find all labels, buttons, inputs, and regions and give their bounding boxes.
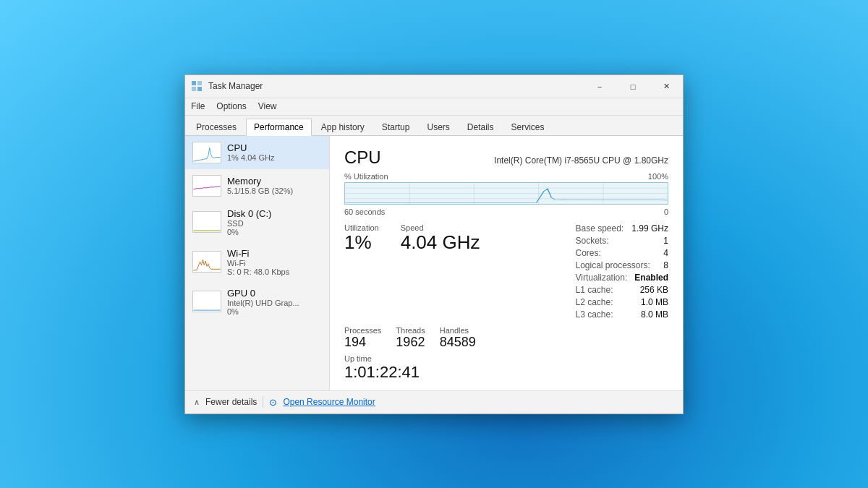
tab-bar: Processes Performance App history Startu… [185,116,683,136]
processes-value: 194 [344,335,381,350]
virtualization-value: Enabled [634,273,668,283]
close-button[interactable]: ✕ [650,75,683,98]
gpu-sub2: 0% [227,307,322,316]
memory-sub: 5.1/15.8 GB (32%) [227,187,322,195]
svg-rect-8 [193,291,220,312]
cpu-detail-panel: CPU Intel(R) Core(TM) i7-8565U CPU @ 1.8… [330,136,683,390]
gpu-name: GPU 0 [227,288,322,299]
cores-label: Cores: [575,248,600,258]
disk-thumbnail [192,211,221,233]
gpu-info: GPU 0 Intel(R) UHD Grap... 0% [227,288,322,316]
sockets-label: Sockets: [575,236,608,246]
l2-label: L2 cache: [575,297,613,307]
sidebar-item-disk[interactable]: Disk 0 (C:) SSD 0% [185,202,329,242]
cpu-sub: 1% 4.04 GHz [227,153,322,162]
svg-rect-3 [197,87,202,91]
sidebar-item-wifi[interactable]: Wi-Fi Wi-Fi S: 0 R: 48.0 Kbps [185,242,329,282]
threads-stat: Threads 1962 [396,326,425,350]
utilization-label: Utilization [344,223,379,232]
virtualization-label: Virtualization: [575,273,627,283]
chart-label-row: % Utilization 100% [344,172,668,181]
l3-value: 8.0 MB [641,309,668,320]
threads-label: Threads [396,326,425,335]
gpu-sub1: Intel(R) UHD Grap... [227,299,322,307]
task-manager-window: Task Manager − □ ✕ File Options View Pro… [184,74,684,414]
base-speed-label: Base speed: [575,223,624,234]
tab-services[interactable]: Services [503,119,553,135]
open-resource-monitor-link[interactable]: Open Resource Monitor [283,397,375,407]
minimize-button[interactable]: − [583,75,616,98]
fewer-details-button[interactable]: Fewer details [205,397,257,407]
l3-label: L3 cache: [575,309,613,320]
uptime-stat: Up time 1:01:22:41 [344,354,668,382]
cores-row: Cores: 4 [575,248,668,258]
uptime-value: 1:01:22:41 [344,363,668,382]
cpu-header: CPU Intel(R) Core(TM) i7-8565U CPU @ 1.8… [344,147,668,168]
tab-processes[interactable]: Processes [188,119,244,135]
tab-app-history[interactable]: App history [313,119,373,135]
menu-view[interactable]: View [252,100,283,113]
speed-stat: Speed 4.04 GHz [401,223,480,322]
app-icon [190,79,204,93]
menu-bar: File Options View [185,98,683,116]
processes-label: Processes [344,326,381,335]
tab-performance[interactable]: Performance [246,119,312,136]
sockets-row: Sockets: 1 [575,236,668,246]
l2-value: 1.0 MB [641,297,668,307]
maximize-button[interactable]: □ [616,75,650,98]
cpu-info-table: Base speed: 1.99 GHz Sockets: 1 Cores: 4… [575,223,668,322]
l2-row: L2 cache: 1.0 MB [575,297,668,307]
gpu-thumbnail [192,291,221,312]
cpu-panel-title: CPU [344,147,381,168]
tab-users[interactable]: Users [419,119,457,135]
cpu-name: CPU [227,142,322,153]
tab-details[interactable]: Details [459,119,502,135]
cpu-chart [344,182,668,205]
wifi-name: Wi-Fi [227,248,322,259]
disk-sub1: SSD [227,219,322,228]
svg-rect-1 [197,81,202,85]
memory-thumbnail [192,175,221,197]
l1-label: L1 cache: [575,285,613,295]
resource-monitor-icon: ⊙ [269,397,277,408]
chart-time-end: 0 [664,207,668,216]
sidebar-item-cpu[interactable]: CPU 1% 4.04 GHz [185,136,329,169]
speed-label: Speed [401,223,480,232]
utilization-value: 1% [344,232,379,253]
logical-label: Logical processors: [575,260,650,270]
l1-value: 256 KB [640,285,668,295]
sidebar-item-memory[interactable]: Memory 5.1/15.8 GB (32%) [185,169,329,202]
chart-time-start: 60 seconds [344,207,385,216]
l1-row: L1 cache: 256 KB [575,285,668,295]
svg-rect-0 [192,81,196,85]
menu-file[interactable]: File [185,100,210,113]
utilization-stat: Utilization 1% [344,223,379,322]
logical-value: 8 [663,260,668,270]
cpu-model: Intel(R) Core(TM) i7-8565U CPU @ 1.80GHz [494,155,668,166]
base-speed-value: 1.99 GHz [631,223,668,234]
svg-rect-2 [192,87,196,91]
cores-value: 4 [663,248,668,258]
cpu-info: CPU 1% 4.04 GHz [227,142,322,162]
sidebar-item-gpu[interactable]: GPU 0 Intel(R) UHD Grap... 0% [185,282,329,322]
chart-time-row: 60 seconds 0 [344,207,668,216]
menu-options[interactable]: Options [210,100,252,113]
virtualization-row: Virtualization: Enabled [575,273,668,283]
wifi-sub1: Wi-Fi [227,259,322,267]
svg-rect-6 [193,212,220,232]
threads-value: 1962 [396,335,425,350]
disk-info: Disk 0 (C:) SSD 0% [227,208,322,236]
speed-value: 4.04 GHz [401,232,480,253]
l3-row: L3 cache: 8.0 MB [575,309,668,320]
stats-row-2: Processes 194 Threads 1962 Handles 84589 [344,326,668,350]
main-content: CPU 1% 4.04 GHz Memory 5.1/15.8 GB (32%) [185,136,683,390]
window-controls: − □ ✕ [583,75,683,98]
tab-startup[interactable]: Startup [374,119,418,135]
y-axis-label: % Utilization [344,172,388,181]
window-title: Task Manager [208,81,583,91]
title-bar: Task Manager − □ ✕ [185,75,683,98]
sidebar: CPU 1% 4.04 GHz Memory 5.1/15.8 GB (32%) [185,136,330,390]
handles-value: 84589 [440,335,476,350]
wifi-info: Wi-Fi Wi-Fi S: 0 R: 48.0 Kbps [227,248,322,276]
footer-separator [263,396,263,408]
